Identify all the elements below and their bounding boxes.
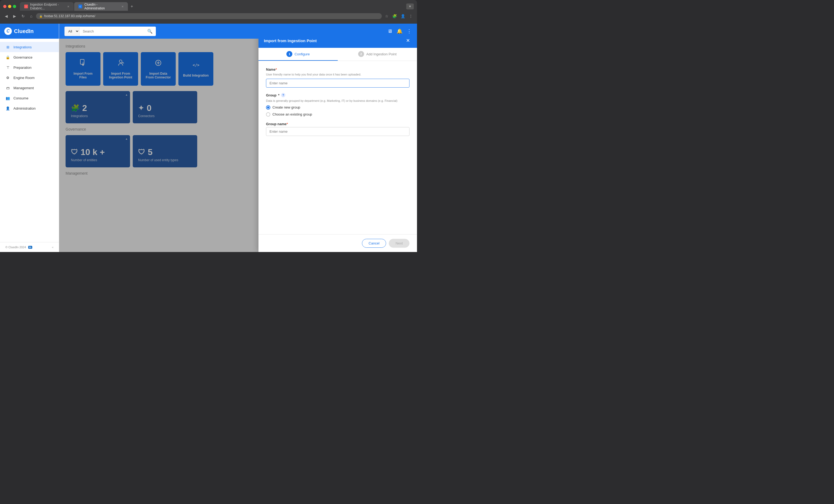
topbar-icons: 🖥 🔔 ⋮ <box>388 28 412 34</box>
group-name-input[interactable] <box>266 127 410 136</box>
admin-icon: 👤 <box>5 106 10 111</box>
sidebar-item-preparation[interactable]: ⊤ Preparation <box>0 62 59 72</box>
profile-icon[interactable]: 👤 <box>399 13 406 19</box>
sidebar-item-label-management: Management <box>14 86 34 90</box>
address-text: foobar.51.132.187.83.sslip.io/home/ <box>44 14 378 18</box>
browser-menu-icon[interactable]: ⋮ <box>408 13 414 19</box>
preparation-icon: ⊤ <box>5 65 10 70</box>
sidebar-nav: ⊞ Integrations 🔒 Governance ⊤ Preparatio… <box>0 39 59 242</box>
back-button[interactable]: ◀ <box>3 13 9 19</box>
panel-body: Name* User friendly name to help you fin… <box>259 61 417 234</box>
tab-close-2[interactable]: ✕ <box>122 5 124 8</box>
logo-icon: C <box>4 27 12 35</box>
tab-favicon-2: C <box>79 4 82 8</box>
extensions-icon[interactable]: 🧩 <box>391 13 398 19</box>
home-button[interactable]: ⌂ <box>28 13 34 19</box>
sidebar-item-integrations[interactable]: ⊞ Integrations <box>0 42 59 52</box>
step-label-add-ingestion: Add Ingestion Point <box>366 52 397 56</box>
radio-create-new-label: Create new group <box>272 105 300 109</box>
tab-favicon-1: I <box>24 4 28 8</box>
search-button[interactable]: 🔍 <box>144 27 156 36</box>
panel-footer: Cancel Next <box>259 234 417 252</box>
radio-choose-existing-group[interactable]: Choose an existing group <box>266 112 410 116</box>
sidebar-item-label-preparation: Preparation <box>14 66 31 70</box>
sidebar-item-governance[interactable]: 🔒 Governance <box>0 52 59 62</box>
address-lock-icon: 🔒 <box>39 15 42 18</box>
app-logo: C CluedIn <box>4 27 34 35</box>
monitor-icon[interactable]: 🖥 <box>388 28 392 34</box>
tab-close-1[interactable]: ✕ <box>67 5 69 8</box>
linkedin-icon[interactable]: in <box>28 246 32 249</box>
next-button[interactable]: Next <box>389 239 410 248</box>
sidebar-item-label-admin: Administration <box>14 106 36 110</box>
tab-dropdown-button[interactable]: ▼ <box>406 3 414 9</box>
panel-steps: 1 Configure 2 Add Ingestion Point <box>259 48 417 61</box>
bookmark-star-icon[interactable]: ☆ <box>384 13 390 19</box>
traffic-light-yellow[interactable] <box>8 5 11 8</box>
topbar-more-icon[interactable]: ⋮ <box>407 28 412 34</box>
name-required-star: * <box>276 67 277 71</box>
new-tab-button[interactable]: + <box>128 4 135 9</box>
search-type-select[interactable]: All <box>65 27 80 36</box>
group-name-label: Group name* <box>266 122 410 126</box>
group-name-required-star: * <box>287 122 288 126</box>
tab-label-1: Ingestion Endpoint - Databric... <box>30 3 64 10</box>
step-number-1: 1 <box>286 51 292 57</box>
search-input[interactable] <box>80 27 144 36</box>
forward-button[interactable]: ▶ <box>12 13 18 19</box>
engine-icon: ⚙ <box>5 75 10 80</box>
panel-header: Import from Ingestion Point ✕ <box>259 39 417 48</box>
traffic-light-red[interactable] <box>3 5 6 8</box>
radio-choose-existing-label: Choose an existing group <box>272 112 312 116</box>
sidebar-item-consume[interactable]: 👥 Consume <box>0 93 59 103</box>
panel-close-button[interactable]: ✕ <box>404 39 412 44</box>
copyright-text: © CluedIn 2024 <box>5 245 26 249</box>
group-label: Group* ? <box>266 93 410 97</box>
cancel-button[interactable]: Cancel <box>362 239 386 248</box>
group-hint: Data is generally grouped by department … <box>266 99 410 103</box>
name-form-group: Name* User friendly name to help you fin… <box>266 67 410 88</box>
address-bar[interactable]: 🔒 foobar.51.132.187.83.sslip.io/home/ <box>36 13 382 19</box>
topbar: All 🔍 🖥 🔔 ⋮ <box>59 24 417 39</box>
name-input[interactable] <box>266 79 410 88</box>
management-icon: 🗃 <box>5 85 10 90</box>
refresh-button[interactable]: ↻ <box>20 13 26 19</box>
group-form-group: Group* ? Data is generally grouped by de… <box>266 93 410 116</box>
radio-create-new-group[interactable]: Create new group <box>266 105 410 110</box>
browser-tab-2[interactable]: C CluedIn - Administration ✕ <box>74 2 128 11</box>
radio-create-new-icon <box>266 105 270 110</box>
browser-tab-1[interactable]: I Ingestion Endpoint - Databric... ✕ <box>20 2 74 11</box>
group-required-star: * <box>278 93 280 97</box>
name-label: Name* <box>266 67 410 71</box>
sidebar-item-label-engineroom: Engine Room <box>14 76 35 80</box>
sidebar-footer: © CluedIn 2024 in « <box>0 242 59 252</box>
sidebar: C CluedIn ⊞ Integrations 🔒 Governance ⊤ … <box>0 24 59 252</box>
search-container: All 🔍 <box>65 27 156 36</box>
consume-icon: 👥 <box>5 96 10 101</box>
step-configure[interactable]: 1 Configure <box>259 48 338 61</box>
bell-icon[interactable]: 🔔 <box>397 28 402 34</box>
name-hint: User friendly name to help you find your… <box>266 72 410 76</box>
sidebar-item-label-integrations: Integrations <box>14 45 32 49</box>
integrations-icon: ⊞ <box>5 45 10 49</box>
group-radio-group: Create new group Choose an existing grou… <box>266 105 410 116</box>
step-add-ingestion[interactable]: 2 Add Ingestion Point <box>338 48 417 61</box>
sidebar-item-engineroom[interactable]: ⚙ Engine Room <box>0 72 59 83</box>
ingestion-panel: Import from Ingestion Point ✕ 1 Configur… <box>259 39 417 252</box>
sidebar-header: C CluedIn <box>0 24 59 39</box>
step-label-configure: Configure <box>294 52 309 56</box>
governance-icon: 🔒 <box>5 55 10 60</box>
sidebar-item-administration[interactable]: 👤 Administration <box>0 103 59 113</box>
sidebar-item-management[interactable]: 🗃 Management <box>0 83 59 93</box>
radio-choose-existing-icon <box>266 112 270 116</box>
tab-label-2: CluedIn - Administration <box>84 3 118 10</box>
traffic-light-green[interactable] <box>13 5 16 8</box>
app-name: CluedIn <box>14 28 34 35</box>
group-help-icon[interactable]: ? <box>281 93 285 97</box>
collapse-icon[interactable]: « <box>52 245 53 249</box>
sidebar-item-label-governance: Governance <box>14 56 32 59</box>
panel-title: Import from Ingestion Point <box>264 39 317 43</box>
group-name-form-group: Group name* <box>266 122 410 136</box>
logo-letter: C <box>6 29 10 34</box>
sidebar-item-label-consume: Consume <box>14 96 28 100</box>
